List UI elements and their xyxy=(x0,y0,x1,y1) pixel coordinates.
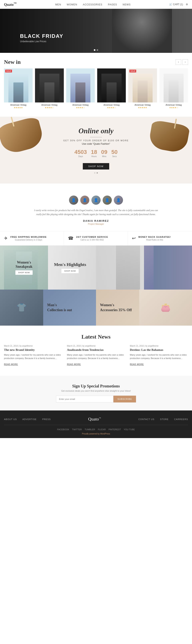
avatar-3[interactable]: 👤 xyxy=(92,196,100,205)
new-in-section: New in ‹ › SALE American Vintag ★★★★★ Am… xyxy=(0,53,192,111)
news-item-1: March 21, 2016 | by angeltheme The new B… xyxy=(4,345,62,366)
footer-flickr[interactable]: FLICKR xyxy=(98,428,106,431)
feature-service: ☎ 24/7 CUSTOMER SERVICE Call to us: 0 34… xyxy=(64,231,128,245)
footer-advertise-link[interactable]: ADVERTISE xyxy=(22,418,36,420)
footer-youtube[interactable]: YOU TUBE xyxy=(124,428,135,431)
next-arrow[interactable]: › xyxy=(182,59,188,65)
product-name: American Vintag xyxy=(66,104,95,106)
avatar-5[interactable]: 👤 xyxy=(114,196,123,205)
newsletter-subtitle: Get exclusive deals you won't find anywh… xyxy=(4,390,188,392)
newsletter-subscribe-button[interactable]: Subscribe xyxy=(114,396,136,402)
banner-mans-collection[interactable]: 👕 Man's Collection is out xyxy=(0,290,96,326)
avatar-1[interactable]: 👤 xyxy=(69,196,78,205)
testimonials-section: 👤 👤 👤 👤 👤 I rarely write reviews for pro… xyxy=(0,190,192,231)
nav-pages[interactable]: PAGES xyxy=(108,3,117,6)
footer-careers-link[interactable]: CARREERS xyxy=(174,418,188,420)
testimonial-avatars: 👤 👤 👤 👤 👤 xyxy=(4,196,188,205)
avatar-4[interactable]: 👤 xyxy=(102,196,112,205)
news-body-1: Many years ago, I worked for my parents … xyxy=(4,353,62,360)
promo-title: Online only xyxy=(4,127,188,135)
shop-now-button[interactable]: SHOP NOW xyxy=(83,163,110,170)
nav-women[interactable]: WOMEN xyxy=(67,3,77,6)
product-stars: ★★★★★ xyxy=(128,106,157,109)
news-item-2: March 21, 2016 | by angeltheme Analizand… xyxy=(67,345,125,366)
news-title-1: The new Brand Identity xyxy=(4,348,62,352)
banner-mens-btn[interactable]: SHOP NOW xyxy=(62,269,78,273)
features-bar: ✈ FREE SHIPPING WORLDWIDE Guaranteed Del… xyxy=(0,231,192,246)
product-card[interactable]: American Vintag ★★★★☆ xyxy=(160,68,188,109)
hero-banner: BLACK FRIDAY Unbelievable Low Prices xyxy=(0,9,192,53)
footer-press-link[interactable]: PRESS xyxy=(42,418,50,420)
hero-dot-2[interactable] xyxy=(96,49,98,51)
cart-icon: 🛒 xyxy=(169,3,172,6)
footer-contact-link[interactable]: CONTACT US xyxy=(138,418,154,420)
countdown-days: 4503 xyxy=(74,149,87,155)
sale-badge: SALE xyxy=(130,70,136,72)
footer-tumbler[interactable]: TUMBLER xyxy=(84,428,95,431)
shipping-icon: ✈ xyxy=(4,236,8,241)
navigation: Quato™ MEN WOMEN ACCESSORIES PAGES NEWS … xyxy=(0,0,192,9)
banner-mans-title: Man's Collection is out xyxy=(47,302,72,312)
testimonial-role: Project Manager xyxy=(4,223,188,225)
nav-accessories[interactable]: ACCESSORIES xyxy=(83,3,102,6)
footer-about-link[interactable]: ABOUT US xyxy=(4,418,17,420)
collection-banners2: 👕 Man's Collection is out 👛 Women's Acce… xyxy=(0,290,192,326)
read-more-2[interactable]: READ MORE xyxy=(67,363,81,366)
latest-news-title: Latest News xyxy=(4,334,188,340)
banner-womens-accessories[interactable]: 👛 Women's Accessories 35% Off xyxy=(96,290,192,326)
footer-logo: Quato™ xyxy=(88,416,101,422)
read-more-3[interactable]: READ MORE xyxy=(130,363,144,366)
feature-shipping-desc: Guaranteed Delivery in 3 Days xyxy=(10,239,46,241)
footer: ABOUT US ADVERTISE PRESS Quato™ CONTACT … xyxy=(0,410,192,438)
footer-store-link[interactable]: STORE xyxy=(160,418,168,420)
news-grid: March 21, 2016 | by angeltheme The new B… xyxy=(4,345,188,366)
testimonial-text: I rarely write reviews for products but … xyxy=(32,208,160,216)
news-meta-1: March 21, 2016 | by angeltheme xyxy=(4,345,62,347)
footer-facebook[interactable]: FACEBOOK xyxy=(57,428,70,431)
product-name: American Vintag xyxy=(160,104,188,106)
banner-mens-title: Men's Highlights xyxy=(54,262,86,267)
footer-nav-left: ABOUT US ADVERTISE PRESS xyxy=(4,417,50,421)
promo-subtitle: GET 30% OFF YOUR ORDER OF $100 OR MORE xyxy=(4,139,188,142)
settings-icon[interactable]: ⚙ xyxy=(186,3,188,6)
product-card[interactable]: SALE American Vintag ★★★★★ xyxy=(128,68,157,109)
prev-arrow[interactable]: ‹ xyxy=(176,59,181,65)
banner-womens-btn[interactable]: SHOP NOW xyxy=(16,270,32,275)
product-card[interactable]: American Vintag ★★★★☆ xyxy=(35,68,64,109)
news-meta-2: March 21, 2016 | by angeltheme xyxy=(67,345,125,347)
nav-men[interactable]: MEN xyxy=(55,3,61,6)
banner-mens-extra[interactable] xyxy=(144,246,192,290)
footer-twitter[interactable]: TWITTER xyxy=(72,428,82,431)
newsletter-email-input[interactable] xyxy=(56,396,114,402)
product-card[interactable]: American Vintag ★★★★☆ xyxy=(97,68,126,109)
promo-dot-1[interactable] xyxy=(94,172,96,174)
product-card[interactable]: American Vintag ★★★★☆ xyxy=(66,68,95,109)
read-more-1[interactable]: READ MORE xyxy=(4,363,18,366)
avatar-2[interactable]: 👤 xyxy=(80,196,90,205)
feature-service-desc: Call to us: 0 344 456 4562 xyxy=(76,239,108,241)
banner-womens-sneakpeak[interactable]: Women's Sneakpeak SHOP NOW xyxy=(0,246,48,290)
product-card[interactable]: SALE American Vintag ★★★★★ xyxy=(4,68,32,109)
news-title-3: Destino: Las the Bahamas xyxy=(130,348,188,352)
product-name: American Vintag xyxy=(97,104,126,106)
footer-links: ABOUT US ADVERTISE PRESS Quato™ CONTACT … xyxy=(4,416,188,425)
promo-code: Use code "Quato Fashion" xyxy=(4,142,188,145)
new-in-title: New in xyxy=(4,59,20,65)
logo[interactable]: Quato™ xyxy=(4,2,16,7)
product-stars: ★★★★☆ xyxy=(66,106,95,109)
promo-banner: Online only GET 30% OFF YOUR ORDER OF $1… xyxy=(0,117,192,184)
footer-pinterest[interactable]: PINTEREST xyxy=(108,428,121,431)
banner-womens-acc-title: Women's Accessories 35% Off xyxy=(100,302,132,312)
feature-shipping-title: FREE SHIPPING WORLDWIDE xyxy=(10,236,46,238)
nav-links: MEN WOMEN ACCESSORIES PAGES NEWS xyxy=(55,2,130,6)
banner-mens-highlights[interactable]: Men's Highlights SHOP NOW xyxy=(48,246,144,290)
promo-dot-2[interactable] xyxy=(96,172,98,174)
cart-link[interactable]: 🛒 CART (1) xyxy=(169,3,183,6)
hero-dot-1[interactable] xyxy=(94,49,96,51)
news-title-2: Analizando from Tendencias xyxy=(67,348,125,352)
nav-news[interactable]: NEWS xyxy=(122,3,130,6)
product-name: American Vintag xyxy=(35,104,64,106)
sale-badge: SALE xyxy=(5,70,12,72)
feature-shipping: ✈ FREE SHIPPING WORLDWIDE Guaranteed Del… xyxy=(0,231,64,245)
product-name: American Vintag xyxy=(4,104,32,106)
